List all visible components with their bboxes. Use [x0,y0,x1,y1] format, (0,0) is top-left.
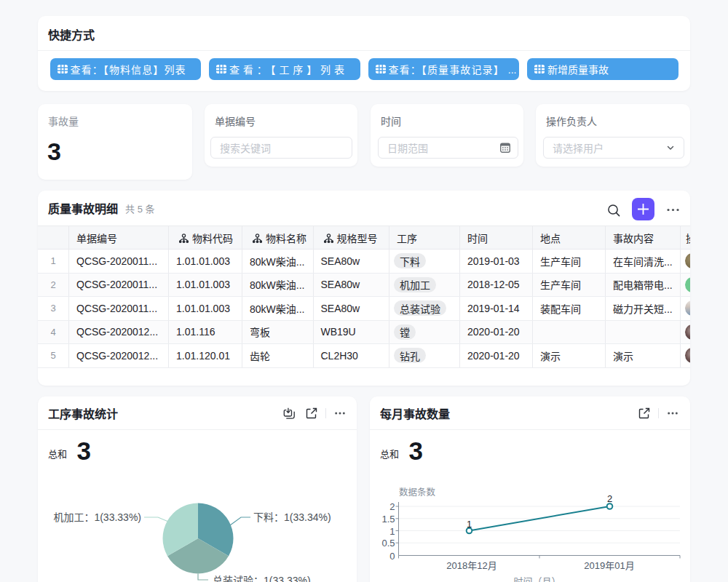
svg-text:时间（月）: 时间（月） [513,576,561,582]
svg-text:1.5: 1.5 [381,514,395,525]
svg-text:0.5: 0.5 [381,538,395,549]
svg-text:总装试验：1(33.33%): 总装试验：1(33.33%) [213,575,311,582]
svg-text:0: 0 [389,551,395,562]
svg-text:2: 2 [607,493,612,504]
svg-text:2: 2 [389,501,395,512]
svg-text:下料：1(33.34%): 下料：1(33.34%) [253,511,331,523]
svg-text:2019年01月: 2019年01月 [584,560,634,571]
svg-text:1: 1 [389,526,395,537]
svg-text:1: 1 [467,519,472,530]
svg-text:机加工：1(33.33%): 机加工：1(33.33%) [53,511,141,523]
svg-text:2018年12月: 2018年12月 [446,560,496,571]
svg-text:数据条数: 数据条数 [399,487,436,498]
